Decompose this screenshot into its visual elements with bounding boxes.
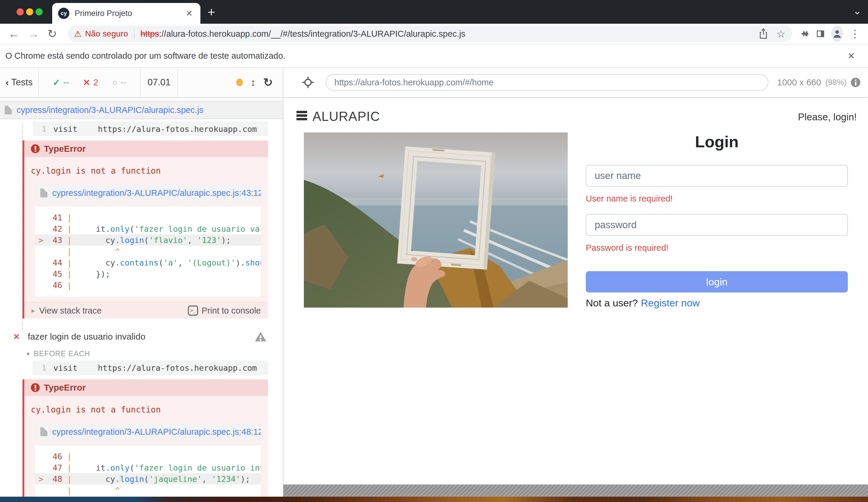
back-icon[interactable]: ← <box>8 28 20 40</box>
back-chevron-icon: ‹ <box>6 77 9 88</box>
error-icon <box>31 383 40 392</box>
runner-controls: ↕ ↻ <box>178 67 283 97</box>
tab-title: Primeiro Projeto <box>75 9 184 18</box>
register-prefix: Not a user? <box>586 297 638 308</box>
side-panel-icon[interactable] <box>816 28 825 40</box>
screen: cy Primeiro Projeto ✕ + ⌄ ← → ↻ ⚠ Não se… <box>0 0 868 502</box>
spec-header[interactable]: cypress/integration/3-ALURAPIC/alurapic.… <box>0 101 283 119</box>
runner-main: cypress/integration/3-ALURAPIC/alurapic.… <box>0 98 868 497</box>
pending-circle-icon: ○ <box>112 77 117 87</box>
reporter-header: ‹ Tests ✓-- ✕2 ○-- 07.01 ↕ ↻ <box>0 67 283 97</box>
code-frame: 46|47| it.only('fazer login de usuario i… <box>35 446 261 497</box>
login-prompt: Please, login! <box>798 112 857 123</box>
failed-test-title[interactable]: ✕ fazer login de usuario invalido <box>13 332 270 342</box>
forward-icon[interactable]: → <box>28 28 39 40</box>
window-close-button[interactable] <box>17 8 24 15</box>
reporter-panel: cypress/integration/3-ALURAPIC/alurapic.… <box>0 98 283 497</box>
share-icon[interactable] <box>758 28 769 40</box>
password-error: Password is required! <box>586 243 848 253</box>
browser-tab[interactable]: cy Primeiro Projeto ✕ <box>52 3 200 24</box>
duration: 07.01 <box>141 67 178 97</box>
file-icon <box>40 427 48 436</box>
not-secure-warning-icon[interactable]: ⚠ <box>74 29 82 39</box>
security-label: Não seguro <box>85 29 128 39</box>
login-title: Login <box>586 133 848 151</box>
error-message: cy.login is not a function <box>24 396 268 422</box>
command-row[interactable]: 1 visit https://alura-fotos.herokuapp.co… <box>33 122 268 136</box>
automation-banner: O Chrome está sendo controlado por um so… <box>0 44 868 67</box>
file-icon <box>5 105 12 114</box>
tab-close-icon[interactable]: ✕ <box>184 9 195 18</box>
url-scheme-struck: https <box>141 29 159 39</box>
app-brand: ALURAPIC <box>312 109 380 124</box>
bookmark-star-icon[interactable]: ☆ <box>776 28 785 40</box>
banner-close-icon[interactable]: ✕ <box>848 51 855 61</box>
print-to-console-button[interactable]: >_ Print to console <box>188 305 261 316</box>
aut-url: https://alura-fotos.herokuapp.com/#/home <box>334 77 494 87</box>
aut-panel: ALURAPIC Please, login! <box>283 98 868 497</box>
test-warning-icon[interactable] <box>255 332 266 342</box>
collapse-icon: ▾ <box>27 350 30 357</box>
terminal-icon: >_ <box>188 305 198 316</box>
hamburger-menu-icon[interactable] <box>297 111 307 120</box>
check-icon: ✓ <box>53 77 60 88</box>
before-each-hook[interactable]: ▾ BEFORE EACH <box>27 349 283 358</box>
error-file-box[interactable]: cypress/integration/3-ALURAPIC/alurapic.… <box>35 184 261 202</box>
profile-avatar[interactable] <box>831 26 843 42</box>
runner-toolbar: ‹ Tests ✓-- ✕2 ○-- 07.01 ↕ ↻ <box>0 67 868 98</box>
aut-header: https://alura-fotos.herokuapp.com/#/home… <box>283 67 868 97</box>
login-button[interactable]: login <box>586 271 848 292</box>
browser-menu-icon[interactable]: ⋮ <box>850 28 860 40</box>
desktop-sliver <box>0 497 868 502</box>
failed-cross-icon: ✕ <box>13 332 20 342</box>
spec-path-link[interactable]: cypress/integration/3-ALURAPIC/alurapic.… <box>17 105 203 115</box>
test-error: TypeError cy.login is not a function cyp… <box>22 379 268 497</box>
window-zoom-button[interactable] <box>35 8 43 15</box>
password-input[interactable] <box>586 214 848 236</box>
pending-stat: ○-- <box>112 77 126 87</box>
command-row[interactable]: 1 visit https://alura-fotos.herokuapp.co… <box>33 360 268 375</box>
expand-icon: ▸ <box>31 306 35 315</box>
url-text: ://alura-fotos.herokuapp.com/__/#/tests/… <box>159 29 755 39</box>
selector-playground-icon[interactable] <box>302 76 314 88</box>
register-row: Not a user?Register now <box>586 297 848 309</box>
restart-tests-icon[interactable]: ↻ <box>263 76 273 89</box>
back-to-tests-button[interactable]: ‹ Tests <box>0 67 39 97</box>
window-minimize-button[interactable] <box>26 8 33 15</box>
username-error: User name is required! <box>586 194 848 203</box>
automation-banner-text: O Chrome está sendo controlado por um so… <box>5 51 848 61</box>
error-file-box[interactable]: cypress/integration/3-ALURAPIC/alurapic.… <box>35 423 261 441</box>
cypress-favicon-icon: cy <box>58 8 69 19</box>
test-error: TypeError cy.login is not a function cyp… <box>22 140 268 318</box>
username-input[interactable] <box>586 165 848 187</box>
app-header: ALURAPIC Please, login! <box>283 107 868 126</box>
viewport-info-icon[interactable] <box>851 77 860 87</box>
auto-scroll-dot-icon[interactable] <box>236 79 243 86</box>
extensions-puzzle-icon[interactable] <box>800 28 808 40</box>
omnibox[interactable]: ⚠ Não seguro https ://alura-fotos.heroku… <box>68 26 792 42</box>
new-tab-button[interactable]: + <box>207 5 215 20</box>
error-type: TypeError <box>44 383 86 393</box>
test-stats: ✓-- ✕2 ○-- <box>39 67 141 97</box>
reload-icon[interactable]: ↻ <box>48 27 57 40</box>
tab-search-chevron-icon[interactable]: ⌄ <box>853 5 862 17</box>
scroll-updown-icon[interactable]: ↕ <box>250 77 256 88</box>
error-type: TypeError <box>44 144 86 154</box>
error-file-link[interactable]: cypress/integration/3-ALURAPIC/alurapic.… <box>52 188 261 198</box>
aut-url-box[interactable]: https://alura-fotos.herokuapp.com/#/home <box>326 74 768 91</box>
register-link[interactable]: Register now <box>641 297 700 308</box>
login-form: Login User name is required! Password is… <box>586 133 848 309</box>
cross-icon: ✕ <box>83 77 90 88</box>
omnibox-divider <box>134 29 135 39</box>
command-log: 1 visit https://alura-fotos.herokuapp.co… <box>0 122 283 497</box>
viewport-scale: (98%) <box>825 78 847 87</box>
browser-url-bar: ← → ↻ ⚠ Não seguro https ://alura-fotos.… <box>0 24 868 44</box>
browser-tab-bar: cy Primeiro Projeto ✕ + ⌄ <box>0 0 868 24</box>
code-frame: 41|42| it.only('fazer login de usuario v… <box>35 207 261 297</box>
error-file-link[interactable]: cypress/integration/3-ALURAPIC/alurapic.… <box>52 427 261 437</box>
error-icon <box>31 144 40 153</box>
view-stack-trace-button[interactable]: ▸ View stack trace <box>31 306 102 316</box>
passed-stat: ✓-- <box>53 77 69 88</box>
file-icon <box>40 188 48 197</box>
error-footer: ▸ View stack trace >_ Print to console <box>24 302 268 318</box>
